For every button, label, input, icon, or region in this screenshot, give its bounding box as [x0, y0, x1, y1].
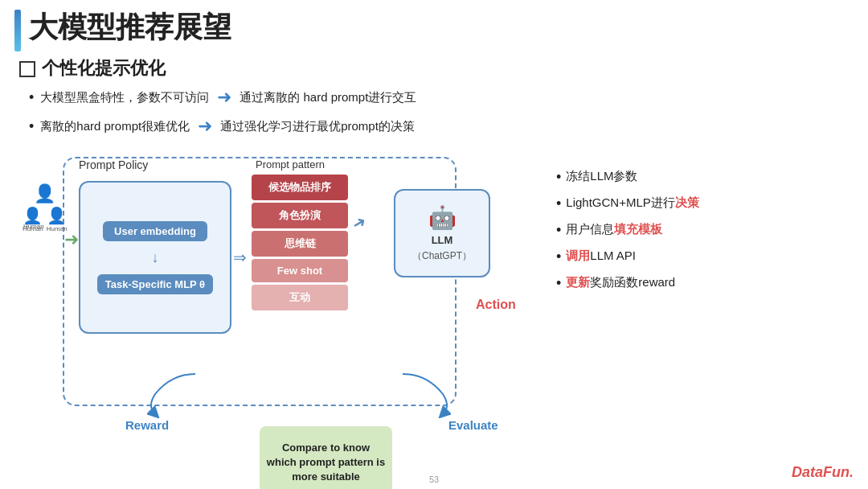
reward-arrow-area [147, 370, 211, 421]
human-top: 👤 [34, 185, 55, 203]
pattern-item-4: Few shot [252, 259, 348, 282]
right-bullets-section: • 冻结LLM参数 • LightGCN+MLP进行决策 • 用户信息填充模板 … [556, 169, 845, 302]
evaluate-arrow-area [387, 370, 451, 421]
mlp-box: Task-Specific MLP θ [97, 274, 213, 294]
pattern-item-5: 互动 [252, 285, 348, 310]
compare-box: Compare to know which prompt pattern is … [260, 426, 392, 489]
prompt-pattern-label: Prompt pattern [256, 158, 325, 171]
right-bullet-1: • 冻结LLM参数 [556, 169, 845, 186]
pattern-item-1: 候选物品排序 [252, 175, 348, 200]
accent-bar [14, 10, 21, 51]
main-title: 大模型推荐展望 [29, 8, 231, 47]
action-label: Action [476, 298, 516, 312]
bullet-row-2: • 离散的hard prompt很难优化 ➜ 通过强化学习进行最优prompt的… [29, 116, 416, 137]
diagram-area: 👤 👤 Human 👤 Human Human ➜ Prompt Policy … [14, 141, 545, 454]
prompt-pattern-area: 候选物品排序 角色扮演 思维链 Few shot 互动 [252, 175, 348, 313]
arrow-policy-pattern: ⇒ [233, 248, 247, 267]
right-bullet-4: • 调用LLM API [556, 249, 845, 265]
robot-icon: 🤖 [428, 204, 457, 231]
humans-area: 👤 👤 Human 👤 Human Human [23, 185, 68, 230]
datafun-logo: DataFun. [792, 464, 854, 481]
reward-label: Reward [125, 418, 169, 432]
prompt-policy-label: Prompt Policy [79, 158, 148, 171]
llm-box: 🤖 LLM （ChatGPT） [394, 189, 490, 277]
bullet-row-1: • 大模型黑盒特性，参数不可访问 ➜ 通过离散的 hard prompt进行交互 [29, 87, 416, 108]
down-arrow: ↓ [152, 249, 159, 266]
evaluate-label: Evaluate [448, 418, 498, 432]
page-number: 53 [429, 475, 439, 484]
arrow-icon-2: ➜ [198, 116, 212, 137]
right-bullet-3: • 用户信息填充模板 [556, 222, 845, 239]
pattern-item-3: 思维链 [252, 231, 348, 257]
pattern-item-2: 角色扮演 [252, 203, 348, 228]
arrow-icon-1: ➜ [217, 87, 231, 108]
checkbox-icon [19, 61, 35, 77]
compare-text: Compare to know which prompt pattern is … [266, 441, 386, 485]
right-bullet-5: • 更新奖励函数reward [556, 275, 845, 292]
right-bullet-2: • LightGCN+MLP进行决策 [556, 195, 845, 212]
user-embedding-box: User embedding [103, 221, 207, 241]
bullet-section: • 大模型黑盒特性，参数不可访问 ➜ 通过离散的 hard prompt进行交互… [29, 87, 416, 145]
policy-box: User embedding ↓ Task-Specific MLP θ [79, 181, 231, 334]
section-title: 个性化提示优化 [19, 56, 166, 80]
